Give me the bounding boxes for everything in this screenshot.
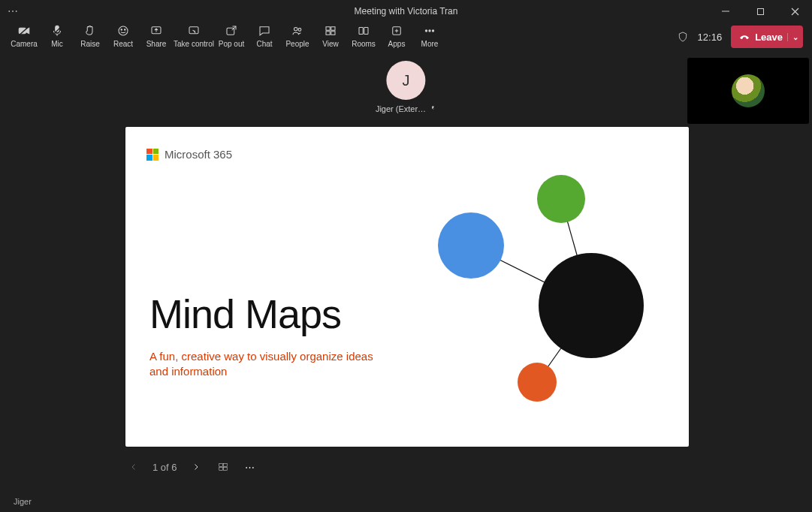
slide-position-label: 1 of 6 (152, 462, 177, 473)
meeting-timer: 12:16 (698, 32, 723, 43)
people-icon (291, 24, 304, 38)
more-slide-options-button[interactable]: ⋯ (242, 459, 258, 475)
svg-rect-13 (189, 27, 198, 34)
hand-icon (83, 24, 97, 38)
mic-off-icon (50, 24, 64, 38)
hangup-icon (738, 31, 750, 43)
apps-button[interactable]: Apps (380, 23, 413, 48)
participant-name-label: Jiger (Exter… (376, 104, 436, 113)
share-screen-icon (149, 24, 163, 38)
svg-point-37 (518, 363, 557, 402)
svg-rect-39 (223, 463, 227, 466)
slide-subtitle: A fun, creative way to visually organize… (149, 349, 375, 380)
svg-point-27 (429, 30, 430, 32)
grid-view-icon (324, 24, 337, 38)
meeting-title: Meeting with Victoria Tran (355, 6, 458, 17)
title-bar: ⋯ Meeting with Victoria Tran (0, 0, 812, 23)
presenter-name: Jiger (14, 497, 32, 506)
shared-content-slide[interactable]: Microsoft 365 Mind Maps A fun, creative … (125, 127, 689, 447)
svg-point-36 (537, 175, 585, 223)
svg-point-9 (119, 26, 128, 35)
more-button[interactable]: More (413, 23, 446, 48)
take-control-icon (187, 24, 201, 38)
svg-rect-18 (331, 27, 335, 31)
chevron-down-icon[interactable]: ⌄ (787, 33, 798, 41)
svg-rect-40 (219, 468, 222, 471)
status-bar: Jiger (0, 491, 45, 512)
leave-button[interactable]: Leave ⌄ (731, 26, 803, 48)
mic-button[interactable]: Mic (41, 23, 74, 48)
take-control-button[interactable]: Take control (173, 23, 215, 48)
svg-point-16 (298, 29, 301, 32)
mindmap-graphic (125, 127, 689, 447)
app-menu-dots[interactable]: ⋯ (8, 5, 18, 17)
maximize-button[interactable] (743, 0, 777, 23)
pop-out-icon (225, 24, 238, 38)
svg-rect-21 (359, 28, 363, 35)
smile-icon (116, 24, 130, 38)
prev-slide-button[interactable] (125, 459, 142, 475)
meeting-toolbar: Camera Mic Raise React Share (0, 23, 812, 56)
rooms-button[interactable]: Rooms (347, 23, 380, 48)
svg-point-35 (438, 212, 504, 279)
camera-button[interactable]: Camera (8, 23, 41, 48)
raise-hand-button[interactable]: Raise (74, 23, 107, 48)
toolbar-group-left: Camera Mic Raise React Share (8, 23, 446, 48)
participant-avatar: J (387, 61, 426, 100)
close-button[interactable] (777, 0, 812, 23)
svg-rect-19 (326, 32, 330, 35)
people-button[interactable]: People (281, 23, 314, 48)
view-button[interactable]: View (314, 23, 347, 48)
apps-icon (390, 24, 403, 38)
svg-rect-1 (757, 8, 763, 14)
svg-point-15 (294, 28, 298, 32)
share-button[interactable]: Share (140, 23, 173, 48)
leave-label: Leave (755, 32, 783, 43)
svg-point-26 (425, 30, 427, 32)
pop-out-button[interactable]: Pop out (215, 23, 248, 48)
camera-off-icon (17, 24, 31, 38)
react-button[interactable]: React (107, 23, 140, 48)
more-icon (423, 24, 436, 38)
self-avatar (732, 74, 765, 107)
rooms-icon (357, 24, 370, 38)
participant-tile[interactable]: J Jiger (Exter… (376, 61, 436, 113)
svg-point-34 (539, 253, 644, 358)
svg-point-10 (121, 29, 122, 31)
self-video-tile[interactable] (687, 58, 809, 124)
svg-point-28 (432, 30, 433, 32)
slide-title: Mind Maps (149, 291, 341, 337)
shield-icon[interactable] (677, 31, 689, 43)
minimize-button[interactable] (708, 0, 743, 23)
slide-navigation: 1 of 6 ⋯ (125, 453, 258, 475)
svg-rect-22 (364, 28, 368, 35)
chat-icon (258, 24, 271, 38)
svg-rect-41 (223, 468, 227, 471)
meeting-stage: J Jiger (Exter… Microsoft 365 Mind Maps … (0, 56, 812, 489)
chat-button[interactable]: Chat (248, 23, 281, 48)
grid-view-slides-button[interactable] (215, 459, 231, 475)
svg-rect-20 (331, 32, 335, 35)
svg-point-11 (125, 29, 126, 31)
svg-rect-38 (219, 463, 222, 466)
next-slide-button[interactable] (188, 459, 204, 475)
svg-rect-17 (326, 27, 330, 31)
mic-muted-icon (429, 105, 436, 113)
